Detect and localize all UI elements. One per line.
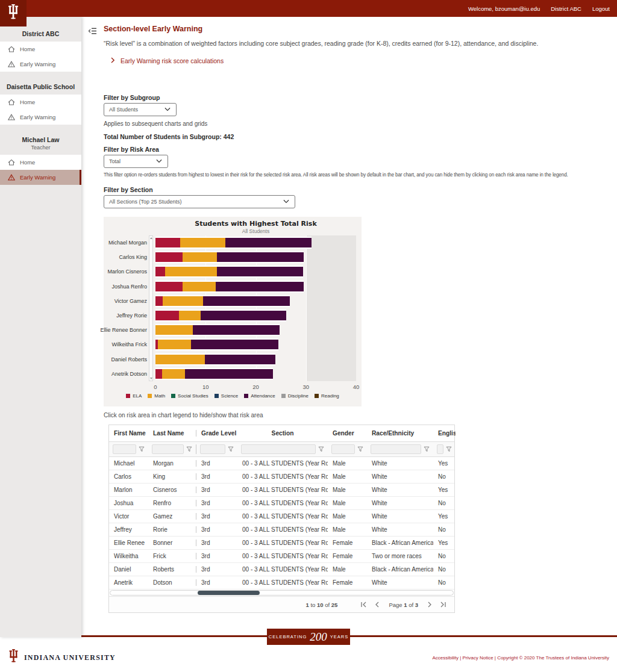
logout-link[interactable]: Logout [592, 5, 610, 12]
sidebar-nav: District ABCHomeEarly WarningDaisetta Pu… [0, 26, 81, 185]
table-row[interactable]: JeffreyRorie3rd00 - 3 ALL STUDENTS (Year… [109, 523, 454, 537]
section-select[interactable]: All Sections (Top 25 Students) [104, 195, 295, 208]
bar-segment-math [162, 369, 185, 379]
stacked-bar-jeffrey-rorie[interactable] [155, 310, 286, 322]
table-row[interactable]: WilkeithaFrick3rd00 - 3 ALL STUDENTS (Ye… [109, 550, 454, 563]
table-row[interactable]: DanielRoberts3rd00 - 3 ALL STUDENTS (Yea… [109, 563, 454, 576]
bar-segment-math [155, 355, 205, 364]
sidebar-item-label: Home [20, 46, 35, 52]
table-cell: 3rd [196, 460, 237, 467]
stacked-bar-anetrik-dotson[interactable] [155, 368, 273, 380]
chart-x-axis: 010203040 [155, 384, 356, 391]
legend-label: Discipline [288, 393, 308, 399]
subgroup-select[interactable]: All Students [104, 103, 177, 116]
warning-icon [8, 61, 15, 67]
column-header-first-name[interactable]: First Name [109, 430, 148, 437]
column-header-section[interactable]: Section [237, 430, 328, 437]
column-header-english[interactable]: English [433, 430, 456, 437]
filter-input-race-ethnicity[interactable] [371, 444, 421, 454]
hscroll-thumb[interactable] [198, 591, 260, 595]
column-header-grade-level[interactable]: Grade Level [196, 430, 237, 437]
sidebar-item-home[interactable]: Home [0, 95, 81, 110]
table-cell: White [367, 500, 433, 506]
district-menu-link[interactable]: District ABC [551, 5, 581, 12]
stacked-bar-joshua-renfro[interactable] [155, 281, 304, 293]
filter-funnel-icon[interactable] [139, 446, 145, 452]
table-cell: Male [328, 473, 367, 480]
table-cell: White [367, 513, 433, 520]
column-header-race-ethnicity[interactable]: Race/Ethnicity [367, 430, 433, 437]
table-cell: Male [328, 500, 367, 506]
footer-links[interactable]: Accessibility | Privacy Notice | Copyrig… [432, 655, 609, 661]
legend-item-social-studies[interactable]: Social Studies [171, 393, 208, 399]
previous-page-button[interactable] [372, 602, 382, 608]
column-header-last-name[interactable]: Last Name [148, 430, 196, 437]
page: Welcome, bzouman@iu.edu District ABC Log… [0, 0, 617, 672]
sidebar-collapse-icon[interactable] [88, 26, 97, 37]
sidebar-item-early-warning[interactable]: Early Warning [0, 57, 81, 72]
table-row[interactable]: AnetrikDotson3rd00 - 3 ALL STUDENTS (Yea… [109, 576, 454, 590]
filter-funnel-icon[interactable] [228, 446, 234, 452]
iu-logo-box[interactable] [0, 0, 27, 26]
table-cell: 3rd [196, 579, 237, 586]
sidebar-item-home[interactable]: Home [0, 42, 81, 57]
table-row[interactable]: MichaelMorgan3rd00 - 3 ALL STUDENTS (Yea… [109, 457, 454, 470]
filter-funnel-icon[interactable] [424, 446, 430, 452]
chevron-down-icon [156, 158, 162, 164]
table-row[interactable]: CarlosKing3rd00 - 3 ALL STUDENTS (Year R… [109, 470, 454, 484]
table-cell: Frick [148, 553, 196, 559]
subgroup-filter-note: Applies to subsequent charts and grids [104, 120, 207, 127]
iu-trident-icon [7, 4, 20, 23]
sidebar-group-title: Daisetta Public School [2, 83, 79, 90]
stacked-bar-marlon-cisneros[interactable] [155, 266, 303, 278]
table-cell: Female [328, 553, 367, 559]
filter-funnel-icon[interactable] [446, 446, 452, 452]
legend-item-reading[interactable]: Reading [315, 393, 339, 399]
table-row[interactable]: Ellie ReneeBonner3rd00 - 3 ALL STUDENTS … [109, 537, 454, 550]
risk-area-select[interactable]: Total [104, 155, 168, 168]
filter-input-english[interactable] [437, 444, 443, 454]
filter-funnel-icon[interactable] [357, 446, 363, 452]
filter-input-grade-level[interactable] [200, 444, 225, 454]
first-page-button[interactable] [359, 602, 368, 608]
table-row[interactable]: MarlonCisneros3rd00 - 3 ALL STUDENTS (Ye… [109, 484, 454, 497]
table-cell: Victor [109, 513, 148, 520]
chart-vertical-scrollbar[interactable] [149, 235, 153, 381]
filter-input-gender[interactable] [331, 444, 355, 454]
legend-item-ela[interactable]: ELA [126, 393, 142, 399]
legend-item-discipline[interactable]: Discipline [281, 393, 308, 399]
next-page-button[interactable] [425, 602, 434, 608]
stacked-bar-wilkeitha-frick[interactable] [155, 338, 278, 350]
sidebar-item-early-warning[interactable]: Early Warning [0, 170, 81, 185]
stacked-bar-ellie-renee-bonner[interactable] [155, 324, 280, 336]
students-grid: First NameLast NameGrade LevelSectionGen… [108, 425, 455, 613]
stacked-bar-carlos-king[interactable] [155, 251, 304, 263]
filter-funnel-icon[interactable] [186, 446, 192, 452]
filter-input-last-name[interactable] [152, 444, 184, 454]
chart-subtitle: All Students [155, 228, 356, 234]
legend-item-attendance[interactable]: Attendance [244, 393, 275, 399]
table-row[interactable]: JoshuaRenfro3rd00 - 3 ALL STUDENTS (Year… [109, 497, 454, 510]
table-row[interactable]: VictorGamez3rd00 - 3 ALL STUDENTS (Year … [109, 510, 454, 523]
stacked-bar-daniel-roberts[interactable] [155, 353, 275, 366]
filter-input-first-name[interactable] [113, 444, 136, 454]
sidebar-item-home[interactable]: Home [0, 155, 81, 170]
legend-swatch [215, 394, 219, 398]
sidebar-item-early-warning[interactable]: Early Warning [0, 110, 81, 125]
legend-item-science[interactable]: Science [215, 393, 238, 399]
legend-item-math[interactable]: Math [148, 393, 165, 399]
last-page-button[interactable] [439, 602, 448, 608]
hscroll-track[interactable] [110, 590, 454, 596]
column-header-gender[interactable]: Gender [328, 430, 367, 437]
grid-filter-row [109, 442, 454, 457]
stacked-bar-victor-gamez[interactable] [155, 295, 290, 307]
table-cell: 3rd [196, 500, 237, 506]
table-cell: 00 - 3 ALL STUDENTS (Year Round) [237, 553, 328, 559]
stacked-bar-michael-morgan[interactable] [155, 237, 312, 249]
table-cell: Male [328, 487, 367, 493]
bar-segment-math [180, 238, 225, 247]
filter-funnel-icon[interactable] [318, 446, 324, 452]
table-cell: Morgan [148, 460, 196, 467]
risk-score-calculations-expander[interactable]: Early Warning risk score calculations [111, 57, 224, 64]
filter-input-section[interactable] [241, 444, 316, 454]
